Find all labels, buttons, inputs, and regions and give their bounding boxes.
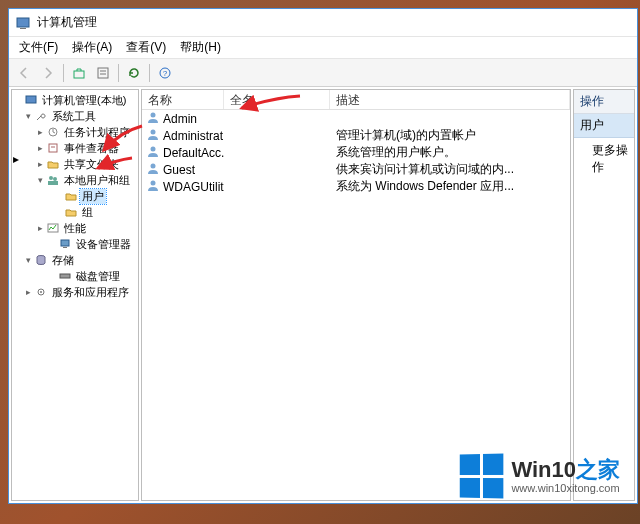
- user-icon: [146, 178, 160, 195]
- user-row[interactable]: Admin: [142, 110, 570, 127]
- refresh-button[interactable]: [123, 62, 145, 84]
- col-name[interactable]: 名称: [142, 90, 224, 109]
- list-header: 名称 全名 描述: [142, 90, 570, 110]
- users-group-icon: [46, 173, 60, 187]
- actions-header: 操作: [574, 90, 634, 114]
- svg-rect-16: [61, 240, 69, 246]
- expander-icon[interactable]: ▸: [34, 143, 46, 153]
- expander-icon[interactable]: ▾: [34, 175, 46, 185]
- tree-root[interactable]: 计算机管理(本地): [40, 93, 128, 108]
- user-icon: [146, 144, 160, 161]
- user-name: WDAGUtilit...: [163, 180, 224, 194]
- titlebar: 计算机管理: [9, 9, 637, 37]
- svg-rect-2: [74, 71, 84, 78]
- clock-icon: [46, 125, 60, 139]
- tree-services-apps[interactable]: 服务和应用程序: [50, 285, 131, 300]
- tree-disk-mgmt[interactable]: 磁盘管理: [74, 269, 122, 284]
- menu-action[interactable]: 操作(A): [66, 37, 118, 58]
- svg-point-23: [151, 130, 156, 135]
- col-fullname[interactable]: 全名: [224, 90, 330, 109]
- watermark: Win10之家 www.win10xitong.com: [459, 454, 620, 498]
- user-desc: 系统管理的用户帐户。: [330, 144, 570, 161]
- tree-storage[interactable]: 存储: [50, 253, 76, 268]
- svg-rect-10: [49, 144, 57, 152]
- tree-device-manager[interactable]: 设备管理器: [74, 237, 133, 252]
- nav-tree[interactable]: 计算机管理(本地) ▾系统工具 ▸任务计划程序 ▸事件查看器 ▸共享文件夹 ▾本…: [12, 90, 138, 500]
- forward-button[interactable]: [37, 62, 59, 84]
- svg-rect-17: [63, 247, 67, 248]
- svg-point-22: [151, 113, 156, 118]
- menu-view[interactable]: 查看(V): [120, 37, 172, 58]
- expander-icon[interactable]: ▾: [22, 255, 34, 265]
- svg-point-13: [53, 177, 57, 181]
- toolbar: ?: [9, 59, 637, 87]
- menu-file[interactable]: 文件(F): [13, 37, 64, 58]
- tree-system-tools[interactable]: 系统工具: [50, 109, 98, 124]
- svg-point-12: [49, 176, 53, 180]
- menubar: 文件(F) 操作(A) 查看(V) 帮助(H): [9, 37, 637, 59]
- tree-shared-folders[interactable]: 共享文件夹: [62, 157, 121, 172]
- expander-icon[interactable]: ▸: [34, 127, 46, 137]
- up-button[interactable]: [68, 62, 90, 84]
- tools-icon: [34, 109, 48, 123]
- svg-point-25: [151, 164, 156, 169]
- col-desc[interactable]: 描述: [330, 90, 570, 109]
- svg-text:?: ?: [163, 69, 168, 78]
- user-row[interactable]: Guest供来宾访问计算机或访问域的内...: [142, 161, 570, 178]
- device-icon: [58, 237, 72, 251]
- properties-button[interactable]: [92, 62, 114, 84]
- tree-groups[interactable]: 组: [80, 205, 95, 220]
- tree-event-viewer[interactable]: 事件查看器: [62, 141, 121, 156]
- watermark-brand-a: Win10: [511, 457, 576, 482]
- user-desc: 管理计算机(域)的内置帐户: [330, 127, 570, 144]
- chevron-right-icon: ▸: [13, 152, 19, 166]
- expander-icon[interactable]: ▾: [22, 111, 34, 121]
- user-icon: [146, 127, 160, 144]
- actions-more-label: 更多操作: [592, 142, 628, 176]
- tree-users[interactable]: 用户: [80, 189, 106, 204]
- compmgmt-window: 计算机管理 文件(F) 操作(A) 查看(V) 帮助(H) ? 计算机管理(本地…: [8, 8, 638, 504]
- expander-icon[interactable]: ▸: [22, 287, 34, 297]
- tree-performance[interactable]: 性能: [62, 221, 88, 236]
- folder-share-icon: [46, 157, 60, 171]
- body: 计算机管理(本地) ▾系统工具 ▸任务计划程序 ▸事件查看器 ▸共享文件夹 ▾本…: [9, 87, 637, 503]
- tree-local-users[interactable]: 本地用户和组: [62, 173, 132, 188]
- user-row[interactable]: WDAGUtilit...系统为 Windows Defender 应用...: [142, 178, 570, 195]
- help-button[interactable]: ?: [154, 62, 176, 84]
- window-title: 计算机管理: [37, 14, 97, 31]
- watermark-brand-b: 之家: [576, 457, 620, 482]
- toolbar-separator: [63, 64, 64, 82]
- svg-point-26: [151, 181, 156, 186]
- user-name: Admin: [163, 112, 197, 126]
- folder-icon: [64, 205, 78, 219]
- user-desc: 供来宾访问计算机或访问域的内...: [330, 161, 570, 178]
- toolbar-separator: [149, 64, 150, 82]
- expander-icon[interactable]: ▸: [34, 223, 46, 233]
- actions-more[interactable]: ▸ 更多操作: [574, 138, 634, 180]
- actions-context[interactable]: 用户: [574, 114, 634, 138]
- svg-rect-19: [60, 274, 70, 278]
- svg-rect-8: [26, 96, 36, 103]
- actions-panel: 操作 用户 ▸ 更多操作: [573, 89, 635, 501]
- user-row[interactable]: Administrat...管理计算机(域)的内置帐户: [142, 127, 570, 144]
- user-icon: [146, 110, 160, 127]
- event-icon: [46, 141, 60, 155]
- users-list[interactable]: AdminAdministrat...管理计算机(域)的内置帐户DefaultA…: [142, 110, 570, 500]
- back-button[interactable]: [13, 62, 35, 84]
- user-desc: 系统为 Windows Defender 应用...: [330, 178, 570, 195]
- tree-task-scheduler[interactable]: 任务计划程序: [62, 125, 132, 140]
- services-icon: [34, 285, 48, 299]
- toolbar-separator: [118, 64, 119, 82]
- svg-rect-15: [48, 224, 58, 232]
- user-row[interactable]: DefaultAcc...系统管理的用户帐户。: [142, 144, 570, 161]
- svg-rect-3: [98, 68, 108, 78]
- menu-help[interactable]: 帮助(H): [174, 37, 227, 58]
- expander-icon[interactable]: ▸: [34, 159, 46, 169]
- user-name: Guest: [163, 163, 195, 177]
- folder-icon: [64, 189, 78, 203]
- tree-panel: 计算机管理(本地) ▾系统工具 ▸任务计划程序 ▸事件查看器 ▸共享文件夹 ▾本…: [11, 89, 139, 501]
- watermark-url: www.win10xitong.com: [511, 482, 620, 494]
- svg-rect-0: [17, 18, 29, 27]
- user-name: Administrat...: [163, 129, 224, 143]
- svg-rect-1: [20, 28, 26, 29]
